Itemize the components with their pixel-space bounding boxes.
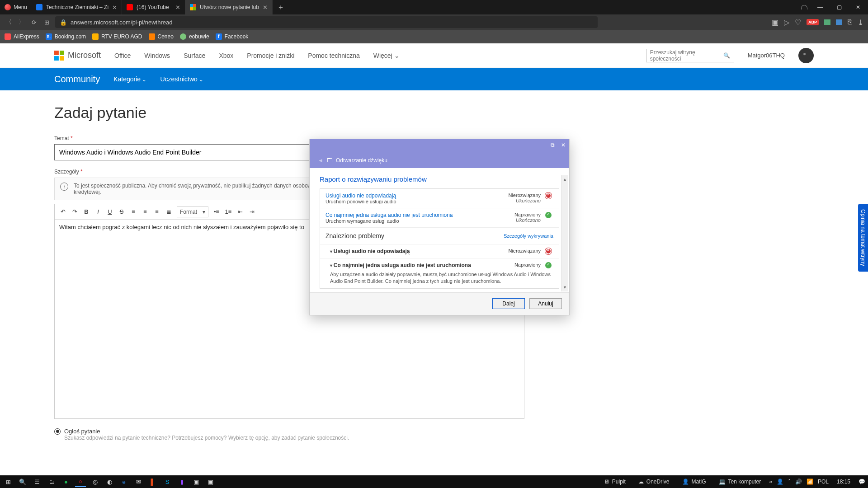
ext-icon[interactable]	[836, 19, 842, 25]
dialog-scrollbar[interactable]: ▲▼	[561, 175, 568, 291]
bookmark-aliexpress[interactable]: AliExpress	[5, 33, 39, 40]
window-maximize[interactable]: ▢	[833, 4, 845, 10]
bookmark-eobuwie[interactable]: eobuwie	[180, 33, 209, 40]
avatar[interactable]	[798, 48, 814, 63]
next-button[interactable]: Dalej	[492, 298, 525, 309]
heart-icon[interactable]: ♡	[795, 18, 801, 27]
wifi-icon[interactable]: 📶	[807, 479, 813, 485]
sync-icon[interactable]	[801, 5, 807, 9]
dialog-titlebar[interactable]: ⧉ ✕ ◄ 🗔 Odtwarzanie dźwięku	[310, 139, 569, 168]
speed-dial-icon[interactable]: ⊞	[42, 19, 51, 26]
nav-office[interactable]: Office	[114, 52, 131, 59]
edge-icon[interactable]: e	[118, 476, 129, 487]
explorer-icon[interactable]: 🗂	[46, 476, 57, 487]
clock[interactable]: 18:15	[833, 479, 854, 485]
issue-name[interactable]: Usługi audio nie odpowiadają	[326, 192, 504, 199]
strike-button[interactable]: S	[116, 206, 127, 217]
found-row[interactable]: Co najmniej jedna usługa audio nie jest …	[320, 258, 559, 288]
desktop-toolbar-onedrive[interactable]: ☁OneDrive	[634, 479, 674, 485]
twitch-icon[interactable]: ▮	[176, 476, 187, 487]
found-row[interactable]: Usługi audio nie odpowiadają Nierozwiąza…	[320, 244, 559, 258]
bullets-button[interactable]: •≡	[211, 206, 222, 217]
language-indicator[interactable]: POL	[818, 479, 829, 485]
cmd-icon[interactable]: ▣	[191, 476, 202, 487]
align-justify-button[interactable]: ≣	[163, 206, 174, 217]
format-select[interactable]: Format▾	[177, 206, 208, 217]
bookmark-facebook[interactable]: fFacebook	[216, 33, 249, 40]
cmd-icon-2[interactable]: ▣	[205, 476, 216, 487]
bookmark-ceneo[interactable]: Ceneo	[149, 33, 174, 40]
nav-back[interactable]: 〈	[5, 18, 13, 26]
close-icon[interactable]: ✕	[175, 4, 180, 11]
redo-button[interactable]: ↷	[69, 206, 80, 217]
nav-more[interactable]: Więcej ⌄	[373, 52, 400, 59]
ext-icon[interactable]	[824, 19, 830, 25]
url-field[interactable]: 🔒 answers.microsoft.com/pl-pl/newthread	[55, 16, 598, 28]
issue-name[interactable]: Co najmniej jedna usługa audio nie jest …	[326, 212, 510, 218]
nav-xbox[interactable]: Xbox	[219, 52, 233, 59]
nav-participation[interactable]: Uczestnictwo	[160, 75, 203, 83]
bookmark-rtv[interactable]: RTV EURO AGD	[92, 33, 142, 40]
nav-surface[interactable]: Surface	[184, 52, 205, 59]
people-icon[interactable]: 👤	[777, 479, 783, 485]
scroll-down-icon[interactable]: ▼	[563, 285, 567, 290]
close-icon[interactable]: ✕	[263, 4, 268, 11]
italic-button[interactable]: I	[93, 206, 104, 217]
tab-1[interactable]: (16) YouTube ✕	[122, 0, 185, 14]
cancel-button[interactable]: Anuluj	[529, 298, 562, 309]
align-center-button[interactable]: ≡	[140, 206, 151, 217]
tab-2[interactable]: Utwórz nowe pytanie lub ✕	[185, 0, 273, 14]
community-brand[interactable]: Community	[54, 74, 100, 84]
mail-icon[interactable]: ✉	[133, 476, 144, 487]
nav-reload[interactable]: ⟳	[30, 19, 38, 26]
start-button[interactable]: ⊞	[3, 476, 14, 487]
nav-categories[interactable]: Kategorie	[113, 75, 146, 83]
indent-button[interactable]: ⇥	[246, 206, 257, 217]
desktop-toolbar-user[interactable]: 👤MatiG	[678, 479, 711, 485]
post-type-radio[interactable]: Ogłoś pytanie	[54, 428, 814, 435]
tray-overflow[interactable]: »	[769, 479, 772, 485]
dialog-close-icon[interactable]: ✕	[561, 142, 566, 148]
align-right-button[interactable]: ≡	[151, 206, 162, 217]
vpn-icon[interactable]: ▣	[772, 18, 778, 27]
username[interactable]: Matgor06THQ	[748, 52, 785, 59]
sidebar-toggle-icon[interactable]: ⎘	[848, 18, 852, 26]
chrome-icon[interactable]: ◎	[90, 476, 100, 487]
bold-button[interactable]: B	[81, 206, 92, 217]
skype-icon[interactable]: S	[162, 476, 173, 487]
back-icon[interactable]: ◄	[318, 157, 323, 164]
align-left-button[interactable]: ≡	[128, 206, 139, 217]
nav-windows[interactable]: Windows	[144, 52, 170, 59]
site-search[interactable]: Przeszukaj witrynę społeczności 🔍	[646, 49, 734, 62]
close-icon[interactable]: ✕	[112, 4, 117, 11]
window-minimize[interactable]: —	[814, 4, 826, 10]
microsoft-logo[interactable]: Microsoft	[54, 51, 101, 61]
download-icon[interactable]: ⤓	[858, 18, 863, 27]
browser-menu-button[interactable]: Menu	[0, 0, 32, 14]
abp-badge[interactable]: ABP	[807, 19, 819, 25]
opera-taskbar-icon[interactable]: ○	[75, 476, 86, 487]
spotify-icon[interactable]: ●	[61, 476, 71, 487]
nav-promo[interactable]: Promocje i zniżki	[247, 52, 294, 59]
nav-forward[interactable]: 〉	[17, 18, 25, 26]
new-tab-button[interactable]: ＋	[273, 0, 289, 14]
detection-details-link[interactable]: Szczegóły wykrywania	[504, 233, 553, 239]
scroll-up-icon[interactable]: ▲	[563, 177, 567, 182]
desktop-toolbar-pc[interactable]: 💻Ten komputer	[714, 479, 766, 485]
taskview-button[interactable]: ☰	[32, 476, 42, 487]
office-icon[interactable]: ▌	[147, 476, 158, 487]
outdent-button[interactable]: ⇤	[235, 206, 245, 217]
tab-0[interactable]: Techniczne Ziemniaki – Zi ✕	[32, 0, 122, 14]
nav-support[interactable]: Pomoc techniczna	[308, 52, 359, 59]
underline-button[interactable]: U	[104, 206, 115, 217]
steam-icon[interactable]: ◐	[104, 476, 115, 487]
volume-icon[interactable]: 🔊	[795, 479, 802, 485]
adblock-icon[interactable]: ▷	[784, 18, 789, 27]
tray-up-icon[interactable]: ˄	[788, 479, 791, 485]
window-close[interactable]: ✕	[852, 4, 864, 10]
undo-button[interactable]: ↶	[57, 206, 68, 217]
search-button[interactable]: 🔍	[17, 476, 28, 487]
bookmark-booking[interactable]: B.Booking.com	[46, 33, 86, 40]
notifications-icon[interactable]: 💬	[859, 479, 865, 485]
desktop-toolbar-pulpit[interactable]: 🖥Pulpit	[599, 479, 630, 485]
